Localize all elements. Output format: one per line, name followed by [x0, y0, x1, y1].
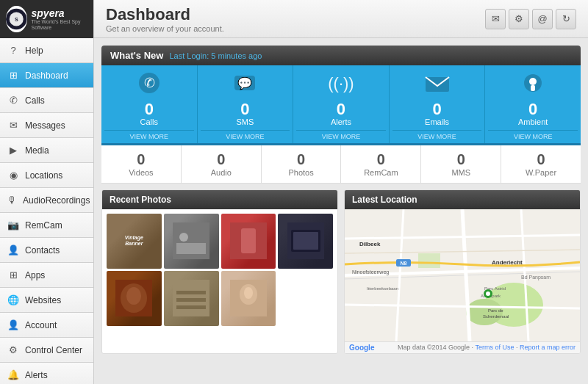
- sidebar-item-audio-recordings[interactable]: 🎙 AudioRecordings: [0, 188, 93, 213]
- svg-rect-19: [293, 232, 318, 250]
- locations-icon: ◉: [7, 170, 19, 181]
- sidebar-item-control-center[interactable]: ⚙ Control Center: [0, 338, 93, 363]
- svg-text:✆: ✆: [143, 76, 154, 90]
- latest-location-header: Latest Location: [345, 190, 580, 209]
- sidebar-label-control-center: Control Center: [25, 345, 82, 355]
- sms-label: SMS: [236, 117, 254, 126]
- svg-text:Dilbeek: Dilbeek: [359, 241, 381, 247]
- photo-7[interactable]: [221, 271, 276, 326]
- photo-4[interactable]: [278, 214, 333, 269]
- sidebar-item-locations[interactable]: ◉ Locations: [0, 163, 93, 188]
- svg-rect-26: [176, 305, 206, 309]
- sidebar-label-contacts: Contacts: [25, 245, 60, 256]
- contacts-icon: 👤: [7, 244, 19, 256]
- svg-rect-24: [176, 291, 206, 294]
- sidebar-item-apps[interactable]: ⊞ Apps: [0, 263, 93, 288]
- calls-view-more[interactable]: VIEW MORE: [104, 130, 194, 140]
- report-link[interactable]: Report a map error: [520, 344, 576, 351]
- svg-point-54: [486, 291, 490, 296]
- photo-2[interactable]: [164, 214, 219, 269]
- media-stats-row: 0 Videos 0 Audio 0 Photos 0 RemCam 0 MMS…: [101, 145, 581, 184]
- recent-photos-panel: Recent Photos VintageBanner: [101, 189, 338, 354]
- stat-calls: ✆ 0 Calls VIEW MORE: [101, 65, 198, 143]
- alerts-view-more[interactable]: VIEW MORE: [296, 130, 386, 140]
- emails-label: Emails: [425, 117, 449, 126]
- whats-new-bar: What's New Last Login: 5 minutes ago: [101, 46, 581, 65]
- logo-brand: spyera: [32, 7, 87, 19]
- ambient-count: 0: [528, 101, 537, 117]
- sms-count: 0: [240, 101, 249, 117]
- sidebar-label-help: Help: [25, 46, 43, 56]
- terms-link[interactable]: Terms of Use: [475, 344, 514, 351]
- calls-count: 0: [145, 101, 154, 117]
- sms-view-more[interactable]: VIEW MORE: [201, 130, 290, 140]
- photo-1[interactable]: VintageBanner: [107, 214, 162, 269]
- bottom-panels: Recent Photos VintageBanner: [101, 189, 581, 354]
- map-container[interactable]: Ninoofsteenweg Anderlecht Dilbeek Itterb…: [345, 209, 580, 341]
- dashboard-icon: ⊞: [7, 70, 19, 81]
- main-content: Dashboard Get an overview of your accoun…: [94, 0, 588, 384]
- photos-label: Photos: [265, 168, 338, 177]
- media-mms: 0 MMS: [421, 145, 501, 183]
- alerts-stat-icon: ((·)): [326, 71, 356, 100]
- ambient-view-more[interactable]: VIEW MORE: [488, 130, 578, 140]
- refresh-header-button[interactable]: ↻: [556, 9, 576, 29]
- photo-5[interactable]: [107, 271, 162, 326]
- svg-point-22: [126, 287, 141, 305]
- sidebar-item-help[interactable]: ? Help: [0, 38, 93, 63]
- sidebar-item-calls[interactable]: ✆ Calls: [0, 88, 93, 113]
- at-header-button[interactable]: @: [532, 9, 553, 29]
- svg-rect-16: [241, 228, 256, 253]
- emails-stat-icon: [423, 71, 452, 100]
- sidebar-label-websites: Websites: [25, 295, 61, 305]
- sidebar-item-dashboard[interactable]: ⊞ Dashboard: [0, 63, 93, 88]
- calls-icon: ✆: [7, 95, 19, 106]
- media-remcam: 0 RemCam: [341, 145, 421, 183]
- latest-location-panel: Latest Location: [344, 189, 581, 354]
- stat-emails: 0 Emails VIEW MORE: [390, 65, 486, 143]
- logo-area: S spyera The World's Best Spy Software: [0, 0, 93, 38]
- settings-header-button[interactable]: ⚙: [509, 9, 529, 29]
- sidebar-label-dashboard: Dashboard: [25, 70, 68, 81]
- sidebar-item-contacts[interactable]: 👤 Contacts: [0, 238, 93, 263]
- media-videos: 0 Videos: [101, 145, 182, 183]
- whats-new-title: What's New: [110, 50, 163, 61]
- sidebar-item-remcam[interactable]: 📷 RemCam: [0, 213, 93, 238]
- map-data-label: Map data ©2014 Google · Terms of Use · R…: [398, 344, 576, 352]
- svg-rect-11: [531, 85, 535, 91]
- remcam-count: 0: [344, 151, 417, 168]
- sidebar-item-account[interactable]: 👤 Account: [0, 313, 93, 338]
- apps-icon: ⊞: [7, 269, 19, 280]
- photo-3[interactable]: [221, 214, 276, 269]
- last-login-text: Last Login: 5 minutes ago: [169, 51, 262, 60]
- mms-count: 0: [424, 151, 498, 168]
- sidebar-item-alerts[interactable]: 🔔 Alerts: [0, 363, 93, 384]
- sidebar-item-websites[interactable]: 🌐 Websites: [0, 288, 93, 313]
- svg-text:S: S: [15, 17, 18, 23]
- calls-stat-icon: ✆: [135, 71, 164, 100]
- svg-point-13: [179, 233, 188, 242]
- svg-text:Parc de: Parc de: [488, 308, 503, 313]
- messages-icon: ✉: [7, 120, 19, 131]
- page-header: Dashboard Get an overview of your accoun…: [94, 0, 588, 38]
- emails-count: 0: [432, 101, 441, 117]
- svg-rect-14: [176, 243, 206, 254]
- remcam-label: RemCam: [344, 168, 417, 177]
- svg-text:💬: 💬: [237, 76, 252, 90]
- sidebar-label-apps: Apps: [25, 270, 45, 280]
- google-logo: Google: [349, 344, 374, 352]
- photo-6[interactable]: [164, 271, 219, 326]
- sidebar-item-messages[interactable]: ✉ Messages: [0, 113, 93, 138]
- websites-icon: 🌐: [7, 294, 19, 305]
- svg-text:N8: N8: [401, 261, 407, 266]
- emails-view-more[interactable]: VIEW MORE: [392, 130, 482, 140]
- mms-label: MMS: [424, 168, 498, 177]
- map-background: Ninoofsteenweg Anderlecht Dilbeek Itterb…: [345, 209, 580, 341]
- remcam-icon: 📷: [7, 220, 19, 231]
- photos-count: 0: [265, 151, 338, 168]
- svg-point-29: [244, 287, 253, 299]
- stat-ambient: 0 Ambient VIEW MORE: [485, 65, 581, 143]
- email-header-button[interactable]: ✉: [485, 9, 506, 29]
- sidebar-item-media[interactable]: ▶ Media: [0, 138, 93, 163]
- recent-photos-header: Recent Photos: [102, 190, 337, 209]
